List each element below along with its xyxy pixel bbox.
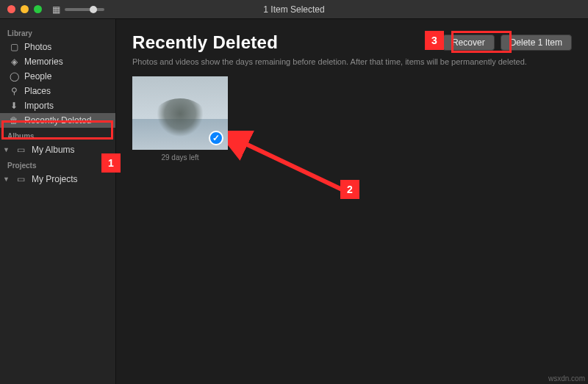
deleted-items-grid: ✓ 29 days left bbox=[116, 66, 588, 172]
sidebar: Library ▢ Photos ◈ Memories ◯ People ⚲ P… bbox=[0, 19, 116, 384]
annotation-number-2: 2 bbox=[340, 180, 359, 199]
close-window-button[interactable] bbox=[7, 5, 15, 13]
sidebar-item-label: People bbox=[24, 71, 51, 81]
deleted-photo-item[interactable]: ✓ 29 days left bbox=[132, 76, 228, 162]
days-remaining-label: 29 days left bbox=[132, 150, 228, 162]
annotation-box-1 bbox=[1, 120, 113, 140]
places-icon: ⚲ bbox=[9, 86, 19, 96]
people-icon: ◯ bbox=[9, 71, 19, 81]
memories-icon: ◈ bbox=[9, 57, 19, 67]
content-header: Recently Deleted Recover Delete 1 Item bbox=[116, 19, 588, 53]
content-area: Recently Deleted Recover Delete 1 Item P… bbox=[116, 19, 588, 384]
sidebar-item-label: Memories bbox=[24, 57, 63, 67]
chevron-down-icon[interactable]: ▼ bbox=[3, 175, 10, 183]
page-subtitle: Photos and videos show the days remainin… bbox=[116, 53, 588, 66]
sidebar-section-library: Library bbox=[0, 25, 115, 40]
sidebar-item-my-projects[interactable]: ▼ ▭ My Projects bbox=[0, 172, 115, 186]
folder-icon: ▭ bbox=[16, 174, 26, 184]
window-titlebar: ▦ 1 Item Selected bbox=[0, 0, 588, 19]
selected-checkmark-icon: ✓ bbox=[209, 131, 223, 145]
sidebar-item-memories[interactable]: ◈ Memories bbox=[0, 54, 115, 69]
annotation-box-3 bbox=[451, 31, 512, 53]
watermark: wsxdn.com bbox=[548, 374, 585, 383]
sidebar-section-projects: Projects bbox=[0, 157, 115, 172]
thumbnail-size-slider[interactable] bbox=[65, 8, 104, 11]
annotation-number-3: 3 bbox=[425, 31, 444, 50]
annotation-number-1: 1 bbox=[101, 153, 121, 173]
folder-icon: ▭ bbox=[16, 145, 26, 155]
photo-thumbnail: ✓ bbox=[132, 76, 228, 150]
sidebar-item-label: Photos bbox=[24, 42, 51, 52]
page-title: Recently Deleted bbox=[132, 32, 278, 53]
sidebar-item-places[interactable]: ⚲ Places bbox=[0, 84, 115, 98]
sidebar-item-label: Imports bbox=[24, 101, 54, 111]
photos-icon: ▢ bbox=[9, 42, 19, 52]
sidebar-item-label: My Projects bbox=[32, 174, 78, 184]
minimize-window-button[interactable] bbox=[21, 5, 29, 13]
sidebar-item-label: Places bbox=[24, 86, 51, 96]
fullscreen-window-button[interactable] bbox=[34, 5, 42, 13]
sidebar-item-label: My Albums bbox=[32, 145, 75, 155]
window-controls bbox=[7, 5, 42, 13]
sidebar-item-imports[interactable]: ⬇ Imports bbox=[0, 98, 115, 113]
window-title: 1 Item Selected bbox=[263, 4, 324, 15]
imports-icon: ⬇ bbox=[9, 101, 19, 111]
thumbnail-grid-icon[interactable]: ▦ bbox=[52, 4, 60, 15]
sidebar-item-people[interactable]: ◯ People bbox=[0, 69, 115, 84]
sidebar-item-photos[interactable]: ▢ Photos bbox=[0, 40, 115, 54]
chevron-down-icon[interactable]: ▼ bbox=[3, 146, 10, 153]
sidebar-item-my-albums[interactable]: ▼ ▭ My Albums bbox=[0, 142, 115, 157]
